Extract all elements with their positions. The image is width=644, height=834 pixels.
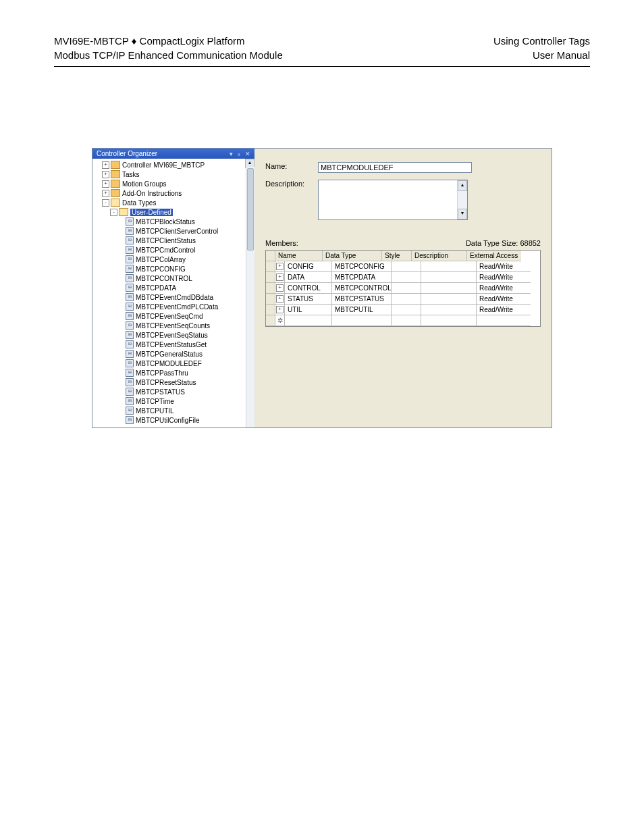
- cell-type[interactable]: MBTCPDATA: [332, 272, 392, 283]
- tree-node-udt[interactable]: ⊞MBTCPEventCmdDBdata: [94, 292, 254, 302]
- tree-scrollbar[interactable]: [246, 167, 254, 427]
- expand-icon[interactable]: +: [102, 190, 109, 197]
- tree-node-udt[interactable]: ⊞MBTCPDATA: [94, 283, 254, 292]
- grid-header-ext[interactable]: External Access: [467, 251, 521, 261]
- tree-node-udt[interactable]: ⊞MBTCPGeneralStatus: [94, 349, 254, 359]
- tree-node[interactable]: +Tasks: [94, 170, 254, 179]
- udt-icon: ⊞: [126, 227, 134, 235]
- cell-desc[interactable]: [421, 305, 477, 315]
- tree-node[interactable]: -Data Types: [94, 198, 254, 207]
- tree-scrollbar-thumb[interactable]: [247, 168, 254, 251]
- cell-desc[interactable]: [421, 294, 477, 305]
- desc-scroll-down-icon[interactable]: ▾: [458, 209, 467, 219]
- tree-node-udt[interactable]: ⊞MBTCPSTATUS: [94, 387, 254, 396]
- cell-style[interactable]: [392, 294, 421, 305]
- cell-ext[interactable]: Read/Write: [477, 305, 531, 315]
- row-selector[interactable]: [266, 283, 275, 294]
- tree-node-udt[interactable]: ⊞MBTCPUtilConfigFile: [94, 415, 254, 425]
- tree-node-udt[interactable]: ⊞MBTCPEventCmdPLCData: [94, 302, 254, 311]
- tree-label: MBTCPPassThru: [136, 369, 188, 377]
- cell-name[interactable]: CONTROL: [285, 283, 332, 294]
- description-textarea[interactable]: ▴ ▾: [318, 180, 468, 220]
- tree-node[interactable]: +Controller MVI69E_MBTCP: [94, 160, 254, 170]
- tree-node[interactable]: +Motion Groups: [94, 179, 254, 188]
- tree-node-udt[interactable]: ⊞MBTCPCmdControl: [94, 245, 254, 255]
- grid-header-desc[interactable]: Description: [412, 251, 467, 261]
- cell-desc[interactable]: [421, 261, 477, 272]
- tree-label: MBTCPMODULEDEF: [136, 360, 202, 367]
- tree-node-udt[interactable]: ⊞MBTCPClientStatus: [94, 236, 254, 245]
- tree-node-udt[interactable]: ⊞MBTCPCONTROL: [94, 273, 254, 283]
- expand-icon[interactable]: +: [102, 161, 109, 169]
- tree-node-udt[interactable]: ⊞MBTCPClientServerControl: [94, 226, 254, 236]
- tree-node-udt[interactable]: ⊞MBTCPTime: [94, 396, 254, 406]
- cell-ext[interactable]: Read/Write: [477, 294, 531, 305]
- cell-ext[interactable]: Read/Write: [477, 283, 531, 294]
- cell-name[interactable]: UTIL: [285, 305, 332, 315]
- cell-style[interactable]: [392, 283, 421, 294]
- grid-header-type[interactable]: Data Type: [323, 251, 382, 261]
- app-window: Controller Organizer ▾ ₉ ✕ ▴ +Controller…: [92, 148, 552, 428]
- row-selector[interactable]: [266, 272, 275, 283]
- grid-header-style[interactable]: Style: [382, 251, 412, 261]
- name-input[interactable]: [318, 162, 472, 173]
- cell-ext[interactable]: Read/Write: [477, 261, 531, 272]
- row-expand[interactable]: +: [275, 305, 285, 315]
- tree-node-udt[interactable]: ⊞MBTCPColArray: [94, 255, 254, 264]
- tree-label: MBTCPEventCmdDBdata: [136, 294, 213, 301]
- grid-row[interactable]: +CONTROLMBTCPCONTROLRead/Write: [266, 283, 540, 294]
- tree-label: MBTCPUTIL: [136, 407, 174, 415]
- collapse-icon[interactable]: -: [110, 209, 117, 216]
- expand-icon[interactable]: -: [102, 199, 109, 207]
- tree-node-udt[interactable]: ⊞MBTCPEventSeqCounts: [94, 321, 254, 330]
- grid-new-row[interactable]: ✲: [266, 315, 540, 326]
- cell-name[interactable]: CONFIG: [285, 261, 332, 272]
- cell-style[interactable]: [392, 305, 421, 315]
- tree-node-udt[interactable]: ⊞MBTCPResetStatus: [94, 377, 254, 387]
- cell-style[interactable]: [392, 261, 421, 272]
- expand-icon[interactable]: +: [102, 171, 109, 178]
- cell-type[interactable]: MBTCPSTATUS: [332, 294, 392, 305]
- desc-scroll-up-icon[interactable]: ▴: [458, 180, 467, 191]
- cell-desc[interactable]: [421, 283, 477, 294]
- grid-header-name[interactable]: Name: [275, 251, 323, 261]
- tree-node-udt[interactable]: ⊞MBTCPMODULEDEF: [94, 359, 254, 368]
- row-selector[interactable]: [266, 305, 275, 315]
- row-expand[interactable]: +: [275, 283, 285, 294]
- tree-node-udt[interactable]: ⊞MBTCPPassThru: [94, 368, 254, 377]
- header-right-line2: User Manual: [493, 48, 590, 62]
- pin-icon[interactable]: ₉: [238, 151, 240, 157]
- tree-node-udt[interactable]: ⊞MBTCPEventSeqStatus: [94, 330, 254, 340]
- tree-node-udt[interactable]: ⊞MBTCPEventStatusGet: [94, 340, 254, 349]
- tree-node[interactable]: +Add-On Instructions: [94, 188, 254, 198]
- tree-node-udt[interactable]: ⊞MBTCPUTIL: [94, 406, 254, 415]
- grid-row[interactable]: +STATUSMBTCPSTATUSRead/Write: [266, 294, 540, 305]
- row-selector[interactable]: [266, 261, 275, 272]
- tree-label: MBTCPCmdControl: [136, 246, 195, 254]
- dropdown-icon[interactable]: ▾: [230, 151, 233, 157]
- tree-label: MBTCPEventSeqCmd: [136, 313, 203, 320]
- tree-node-udt[interactable]: ⊞MBTCPCONFIG: [94, 264, 254, 273]
- grid-row[interactable]: +UTILMBTCPUTILRead/Write: [266, 305, 540, 315]
- cell-name[interactable]: STATUS: [285, 294, 332, 305]
- expand-icon[interactable]: +: [102, 180, 109, 188]
- cell-type[interactable]: MBTCPCONFIG: [332, 261, 392, 272]
- cell-name[interactable]: DATA: [285, 272, 332, 283]
- cell-desc[interactable]: [421, 272, 477, 283]
- grid-row[interactable]: +DATAMBTCPDATARead/Write: [266, 272, 540, 283]
- cell-type[interactable]: MBTCPUTIL: [332, 305, 392, 315]
- cell-ext[interactable]: Read/Write: [477, 272, 531, 283]
- tree-node-user-defined[interactable]: - User-Defined: [94, 207, 254, 217]
- row-expand[interactable]: +: [275, 261, 285, 272]
- row-selector[interactable]: [266, 294, 275, 305]
- tree-node-udt[interactable]: ⊞MBTCPEventSeqCmd: [94, 311, 254, 321]
- cell-type[interactable]: MBTCPCONTROL: [332, 283, 392, 294]
- close-icon[interactable]: ✕: [245, 151, 250, 157]
- tree-node-udt[interactable]: ⊞MBTCPBlockStatus: [94, 217, 254, 226]
- name-label: Name:: [265, 162, 318, 170]
- row-expand[interactable]: +: [275, 294, 285, 305]
- grid-row[interactable]: +CONFIGMBTCPCONFIGRead/Write: [266, 261, 540, 272]
- cell-style[interactable]: [392, 272, 421, 283]
- row-expand[interactable]: +: [275, 272, 285, 283]
- add-row-icon[interactable]: ✲: [275, 315, 285, 326]
